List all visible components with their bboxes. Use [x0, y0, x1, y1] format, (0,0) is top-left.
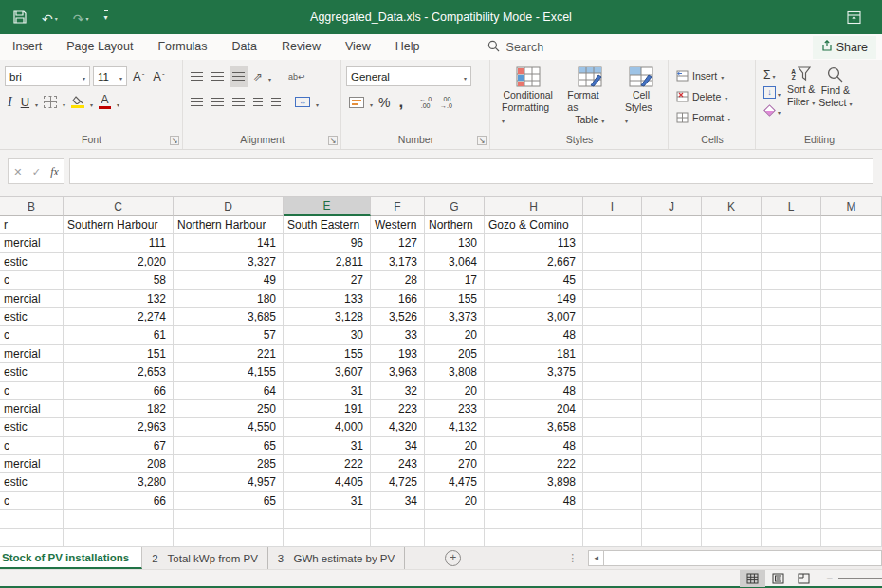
scroll-left-icon[interactable]: [588, 550, 604, 566]
cell[interactable]: 4,320: [371, 418, 425, 436]
font-size-combobox[interactable]: 11: [93, 66, 127, 86]
cell[interactable]: [762, 253, 821, 271]
cell[interactable]: [0, 529, 64, 547]
cell[interactable]: [821, 271, 882, 289]
cell[interactable]: 28: [371, 271, 425, 289]
cell[interactable]: Western: [371, 216, 425, 234]
cell[interactable]: mercial: [0, 234, 64, 252]
formula-input[interactable]: [69, 158, 873, 184]
cell[interactable]: [821, 510, 882, 528]
cell[interactable]: [174, 510, 284, 528]
cell[interactable]: 33: [371, 326, 425, 344]
cell[interactable]: [642, 510, 702, 528]
cell-styles-button[interactable]: Cell Styles: [618, 64, 664, 132]
cell[interactable]: South Eastern: [284, 216, 371, 234]
cell[interactable]: [762, 492, 821, 510]
cell[interactable]: [642, 492, 702, 510]
cell[interactable]: 4,132: [425, 418, 485, 436]
column-header-M[interactable]: M: [821, 196, 882, 216]
cell[interactable]: [642, 529, 702, 547]
increase-indent-button[interactable]: [268, 92, 284, 113]
cell[interactable]: 65: [174, 437, 284, 455]
cell[interactable]: 285: [174, 455, 284, 473]
delete-cells-button[interactable]: Delete: [673, 86, 751, 107]
cell[interactable]: 48: [485, 382, 583, 400]
cell[interactable]: 270: [425, 455, 485, 473]
cell[interactable]: 57: [174, 326, 284, 344]
cell[interactable]: [642, 326, 702, 344]
cell[interactable]: estic: [0, 253, 64, 271]
percent-style-button[interactable]: [376, 92, 393, 113]
cell[interactable]: 65: [174, 492, 284, 510]
cell[interactable]: r: [0, 216, 64, 234]
orientation-button[interactable]: [250, 66, 266, 87]
bottom-align-button[interactable]: [230, 66, 248, 87]
cell[interactable]: [762, 290, 821, 308]
ribbon-tab-page-layout[interactable]: Page Layout: [54, 34, 145, 60]
cell[interactable]: [371, 529, 425, 547]
format-as-table-button[interactable]: Format as Table: [560, 64, 618, 132]
cell[interactable]: [821, 345, 882, 363]
cell[interactable]: 4,725: [371, 473, 425, 491]
new-sheet-icon[interactable]: [445, 550, 461, 566]
cell[interactable]: 133: [284, 290, 371, 308]
cell[interactable]: [821, 308, 882, 326]
cell[interactable]: [0, 510, 64, 528]
sheet-tab-3-gwh-estimate-by-pv[interactable]: 3 - GWh estimate by PV: [268, 547, 405, 569]
cell[interactable]: [762, 271, 821, 289]
cell[interactable]: [642, 363, 702, 381]
middle-align-button[interactable]: [209, 66, 227, 87]
cell[interactable]: c: [0, 492, 64, 510]
cell[interactable]: 66: [64, 382, 174, 400]
cell[interactable]: c: [0, 382, 64, 400]
cell[interactable]: [821, 418, 882, 436]
cell[interactable]: [583, 345, 642, 363]
cell[interactable]: 3,685: [174, 308, 284, 326]
cell[interactable]: 31: [284, 492, 371, 510]
cell[interactable]: 49: [174, 271, 284, 289]
cell[interactable]: [702, 492, 762, 510]
cell[interactable]: [702, 308, 762, 326]
cell[interactable]: [762, 234, 821, 252]
cell[interactable]: 34: [371, 437, 425, 455]
cell[interactable]: [642, 308, 702, 326]
cell[interactable]: 96: [284, 234, 371, 252]
cell[interactable]: 180: [174, 290, 284, 308]
cell[interactable]: 111: [64, 234, 174, 252]
column-header-G[interactable]: G: [425, 196, 485, 216]
cell[interactable]: 64: [174, 382, 284, 400]
cell[interactable]: 155: [284, 345, 371, 363]
cell[interactable]: 3,007: [485, 308, 583, 326]
cell[interactable]: [583, 400, 642, 418]
cell[interactable]: Gozo & Comino: [485, 216, 583, 234]
cell[interactable]: [642, 234, 702, 252]
cell[interactable]: [702, 253, 762, 271]
sort-filter-button[interactable]: AZ Sort & Filter: [785, 64, 817, 132]
cell[interactable]: [762, 382, 821, 400]
cell[interactable]: 67: [64, 437, 174, 455]
sheet-tab-active[interactable]: Stock of PV installations: [0, 547, 142, 569]
cell[interactable]: 3,327: [174, 253, 284, 271]
search-button[interactable]: Search: [487, 40, 544, 55]
cell[interactable]: [64, 529, 174, 547]
cell[interactable]: 222: [485, 455, 583, 473]
cell[interactable]: [642, 382, 702, 400]
cell[interactable]: [583, 216, 642, 234]
cell[interactable]: [821, 437, 882, 455]
cell[interactable]: 3,658: [485, 418, 583, 436]
cell[interactable]: 4,550: [174, 418, 284, 436]
cell[interactable]: [642, 216, 702, 234]
cell[interactable]: [174, 529, 284, 547]
cell[interactable]: 3,808: [425, 363, 485, 381]
cell[interactable]: 20: [425, 326, 485, 344]
cell[interactable]: 20: [425, 437, 485, 455]
column-header-B[interactable]: B: [0, 196, 64, 216]
column-header-F[interactable]: F: [371, 196, 425, 216]
cell[interactable]: [583, 437, 642, 455]
autosum-button[interactable]: [761, 65, 783, 83]
cell[interactable]: [821, 455, 882, 473]
cell[interactable]: [702, 529, 762, 547]
cell[interactable]: [583, 253, 642, 271]
conditional-formatting-button[interactable]: Conditional Formatting: [495, 64, 560, 132]
cell[interactable]: 193: [371, 345, 425, 363]
